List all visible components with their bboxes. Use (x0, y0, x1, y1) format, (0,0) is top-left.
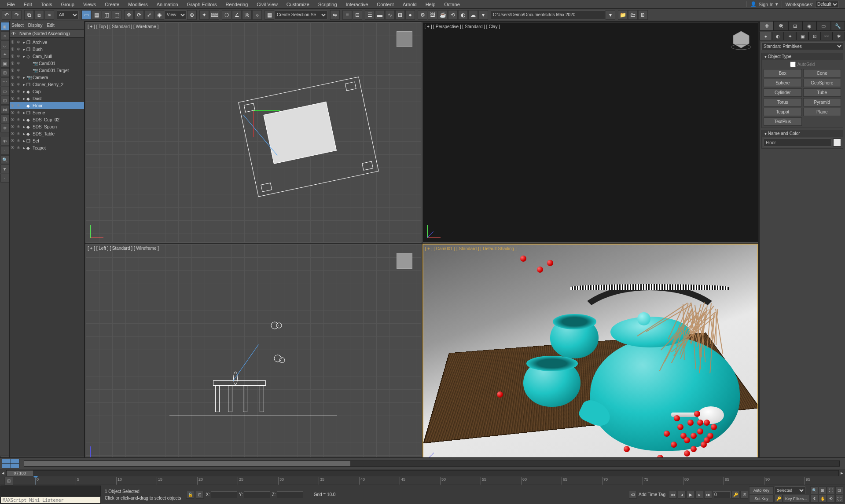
menu-views[interactable]: Views (79, 1, 100, 8)
mirror-button[interactable]: ⇋ (330, 10, 340, 20)
percent-snap-button[interactable]: % (242, 10, 252, 20)
primitive-cylinder-button[interactable]: Cylinder (764, 88, 802, 97)
lt-cameras[interactable]: ▣ (0, 59, 9, 68)
expand-arrow[interactable]: ▸ (22, 111, 26, 115)
tree-item-dust[interactable]: ⦿❄▸◆Dust (10, 95, 84, 102)
select-by-name-button[interactable]: ▤ (92, 10, 101, 20)
menu-rendering[interactable]: Rendering (221, 1, 253, 8)
toggle-ribbon-button[interactable]: ▬ (375, 10, 385, 20)
primitive-pyramid-button[interactable]: Pyramid (803, 98, 841, 106)
menu-file[interactable]: File (3, 1, 19, 8)
cmd-tab-utilities[interactable]: 🔧 (831, 21, 845, 31)
viewport-layout-button[interactable] (2, 459, 19, 468)
key-target-dropdown[interactable]: Selected (775, 486, 805, 494)
next-frame-button[interactable]: ▸ (695, 491, 703, 499)
freeze-toggle[interactable]: ❄ (17, 89, 22, 94)
visibility-toggle[interactable]: ⦿ (11, 96, 17, 101)
freeze-toggle[interactable]: ❄ (17, 131, 22, 136)
signin-button[interactable]: 👤 Sign In ▾ (746, 1, 781, 7)
visibility-toggle[interactable]: ⦿ (11, 54, 17, 58)
selection-region-button[interactable]: ◫ (102, 10, 111, 20)
window-crossing-button[interactable]: ⬚ (112, 10, 121, 20)
timeline-ruler[interactable]: ⊞ 05101520253035404550556065707580859095… (0, 477, 845, 485)
lt-helpers[interactable]: ⊞ (0, 68, 9, 77)
timeline-config-button[interactable]: ⊞ (4, 477, 13, 486)
viewport-persp-label[interactable]: [ + ] [ Perspective ] [ Standard ] [ Cla… (425, 24, 500, 29)
selection-filter-dropdown[interactable]: All (57, 11, 79, 19)
viewport-left-label[interactable]: [ + ] [ Left ] [ Standard ] [ Wireframe … (88, 246, 159, 251)
lock-selection-button[interactable]: 🔓 (186, 491, 194, 499)
menu-scripting[interactable]: Scripting (314, 1, 342, 8)
manipulate-button[interactable]: ✦ (199, 10, 209, 20)
workspaces-selector[interactable]: Workspaces: Default (782, 1, 842, 8)
visibility-toggle[interactable]: ⦿ (11, 110, 17, 115)
lt-options[interactable]: ⋮ (0, 174, 9, 183)
visibility-toggle[interactable]: ⦿ (11, 68, 17, 73)
autoback-button[interactable]: 🗎 (638, 10, 648, 20)
primitive-textplus-button[interactable]: TextPlus (764, 117, 802, 126)
menu-octane[interactable]: Octane (440, 1, 464, 8)
time-config-button[interactable]: ⏱ (740, 491, 748, 499)
primitive-teapot-button[interactable]: Teapot (764, 108, 802, 116)
tree-item-archive[interactable]: ⦿❄▸❐Archive (10, 39, 84, 46)
expand-arrow[interactable]: ▸ (22, 125, 26, 129)
x-coord-field[interactable] (211, 491, 237, 498)
menu-edit[interactable]: Edit (19, 1, 37, 8)
named-selection-dropdown[interactable]: Create Selection Se (275, 11, 327, 19)
expand-arrow[interactable]: ▸ (22, 47, 26, 51)
menu-interactive[interactable]: Interactive (342, 1, 373, 8)
visibility-toggle[interactable]: ⦿ (11, 89, 17, 94)
viewcube-persp[interactable] (728, 26, 754, 52)
zoom-extents-button[interactable]: ⛶ (827, 486, 835, 494)
lt-frozen[interactable]: ❄ (0, 124, 9, 132)
viewport-top-label[interactable]: [ + ] [ Top ] [ Standard ] [ Wireframe ] (88, 24, 158, 29)
visibility-toggle[interactable]: ⦿ (11, 75, 17, 80)
viewport-top[interactable]: [ + ] [ Top ] [ Standard ] [ Wireframe ] (85, 22, 422, 243)
align-flyout-button[interactable]: ⊟ (353, 10, 362, 20)
tree-item-scene[interactable]: ⦿❄▸❐Scene (10, 109, 84, 116)
tree-item-sds-spoon[interactable]: ⦿❄▸◆SDS_Spoon (10, 123, 84, 130)
subtab-systems[interactable]: ✱ (833, 32, 845, 40)
se-tab-select[interactable]: Select (11, 23, 24, 28)
render-preset-button[interactable]: ▾ (478, 10, 488, 20)
visibility-toggle[interactable]: ⦿ (11, 61, 17, 66)
tree-item-cam001[interactable]: ⦿❄📷Cam001 (10, 60, 84, 67)
visibility-toggle[interactable]: ⦿ (11, 40, 17, 44)
unlink-button[interactable]: ⧈ (34, 10, 44, 20)
visibility-toggle[interactable]: ⦿ (11, 117, 17, 122)
prev-frame-button[interactable]: ◂ (678, 491, 686, 499)
tree-item-cam-null[interactable]: ⦿❄▸◇Cam_Null (10, 53, 84, 60)
subtab-lights[interactable]: ✦ (784, 32, 796, 40)
bind-button[interactable]: ≈ (44, 10, 54, 20)
expand-arrow[interactable]: ▸ (22, 55, 26, 58)
se-column-header[interactable]: 👁 Name (Sorted Ascending) (10, 30, 84, 38)
open-explorer-button[interactable]: 🗁 (628, 10, 638, 20)
add-time-tag-label[interactable]: Add Time Tag (639, 492, 665, 497)
key-mode-button[interactable]: 🔑 (731, 491, 739, 499)
expand-arrow[interactable]: ▸ (22, 83, 26, 87)
cmd-tab-motion[interactable]: ◉ (802, 21, 816, 31)
freeze-toggle[interactable]: ❄ (17, 124, 22, 129)
lt-bones[interactable]: ⋈ (0, 105, 9, 114)
timeslider-next[interactable]: ▸ (839, 470, 845, 476)
maxscript-input[interactable] (0, 497, 101, 504)
visibility-toggle[interactable]: ⦿ (11, 131, 17, 136)
menu-graph-editors[interactable]: Graph Editors (183, 1, 221, 8)
freeze-toggle[interactable]: ❄ (17, 139, 22, 143)
timeslider-track[interactable]: 0 / 100 (6, 470, 839, 476)
lt-groups[interactable]: ▭ (0, 87, 9, 95)
zoom-button[interactable]: 🔍 (810, 486, 818, 494)
rollout-object-type-header[interactable]: ▾ Object Type (762, 53, 843, 60)
keyboard-shortcut-button[interactable]: ⌨ (209, 10, 219, 20)
setkey-button[interactable]: Set Key (749, 495, 774, 503)
menu-create[interactable]: Create (100, 1, 124, 8)
rotate-button[interactable]: ⟳ (134, 10, 144, 20)
menu-animation[interactable]: Animation (152, 1, 183, 8)
curve-editor-button[interactable]: ∿ (385, 10, 395, 20)
tree-item-set[interactable]: ⦿❄▸❐Set (10, 137, 84, 144)
timeslider-thumb[interactable]: 0 / 100 (7, 471, 33, 476)
autogrid-checkbox[interactable] (790, 62, 796, 67)
freeze-toggle[interactable]: ❄ (17, 40, 22, 44)
cmd-tab-display[interactable]: ▭ (816, 21, 830, 31)
viewport-cam-label[interactable]: [ + ] [ Cam001 ] [ Standard ] [ Default … (425, 246, 517, 251)
